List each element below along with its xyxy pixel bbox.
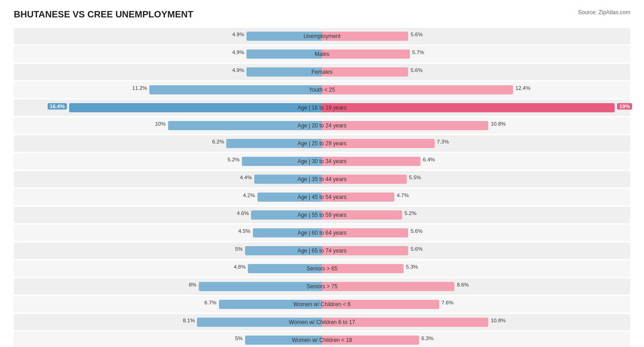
- chart-row: 16.4%Age | 16 to 19 years19%: [14, 99, 630, 116]
- bar-cree: 10.8%: [322, 121, 488, 130]
- chart-row: 5.2%Age | 30 to 34 years6.4%: [14, 153, 630, 170]
- chart-row: 11.2%Youth < 2512.4%: [14, 82, 630, 98]
- chart-row: 6.7%Women w/ Children < 67.6%: [14, 296, 630, 313]
- chart-row: 4.8%Seniors > 655.3%: [14, 260, 630, 277]
- bar-bhutanese: 16.4%: [69, 103, 322, 112]
- source-label: Source: ZipAtlas.com: [578, 9, 630, 16]
- chart-row: 8.1%Women w/ Children 6 to 1710.8%: [14, 314, 630, 330]
- bar-bhutanese: 5%: [245, 336, 322, 345]
- value-bhutanese: 4.5%: [238, 228, 250, 234]
- value-cree: 5.3%: [406, 264, 418, 270]
- bar-cree: 5.6%: [322, 67, 408, 77]
- value-cree: 5.6%: [410, 32, 422, 37]
- page-title: BHUTANESE VS CREE UNEMPLOYMENT: [14, 9, 193, 20]
- bar-bhutanese: 10%: [168, 121, 322, 130]
- bar-cree: 19%: [322, 103, 615, 112]
- value-cree: 12.4%: [515, 85, 530, 91]
- bar-cree: 10.8%: [322, 318, 488, 327]
- bar-bhutanese: 4.5%: [253, 228, 322, 237]
- value-cree: 7.6%: [442, 300, 453, 305]
- value-bhutanese: 4.9%: [232, 50, 244, 55]
- value-bhutanese: 4.9%: [232, 32, 244, 37]
- chart-row: 5%Age | 65 to 74 years5.6%: [14, 242, 630, 259]
- bar-bhutanese: 4.8%: [248, 264, 322, 273]
- value-bhutanese: 16.4%: [48, 103, 67, 110]
- value-cree: 6.3%: [421, 336, 433, 341]
- value-bhutanese: 10%: [155, 121, 165, 127]
- bar-cree: 8.6%: [322, 282, 454, 291]
- value-cree: 4.7%: [397, 193, 409, 198]
- value-cree: 5.6%: [410, 67, 422, 73]
- bar-cree: 5.3%: [322, 264, 404, 273]
- bar-bhutanese: 8%: [199, 282, 322, 291]
- bar-cree: 5.6%: [322, 32, 408, 41]
- bar-bhutanese: 4.9%: [246, 50, 322, 59]
- bar-cree: 4.7%: [322, 193, 394, 202]
- value-cree: 10.8%: [491, 121, 506, 127]
- value-bhutanese: 4.6%: [237, 210, 249, 216]
- bar-cree: 5.6%: [322, 228, 408, 237]
- value-cree: 5.6%: [410, 246, 422, 252]
- bar-cree: 5.5%: [322, 175, 407, 184]
- bar-bhutanese: 5.2%: [242, 157, 322, 166]
- value-bhutanese: 4.9%: [232, 67, 244, 73]
- bar-cree: 6.4%: [322, 157, 420, 166]
- chart-row: 4.4%Age | 35 to 44 years5.5%: [14, 171, 630, 187]
- value-bhutanese: 4.8%: [234, 264, 246, 270]
- value-cree: 5.2%: [404, 210, 416, 216]
- bar-cree: 12.4%: [322, 85, 513, 94]
- value-bhutanese: 6.7%: [204, 300, 216, 305]
- value-cree: 19%: [617, 103, 632, 110]
- bar-bhutanese: 4.6%: [251, 210, 322, 220]
- bar-cree: 7.6%: [322, 300, 439, 309]
- value-bhutanese: 5.2%: [228, 157, 240, 162]
- value-cree: 6.4%: [423, 157, 435, 162]
- value-bhutanese: 5%: [235, 336, 243, 341]
- bar-bhutanese: 4.2%: [257, 193, 322, 202]
- value-cree: 8.6%: [457, 282, 469, 287]
- bar-bhutanese: 4.9%: [246, 67, 322, 77]
- value-bhutanese: 5%: [235, 246, 243, 252]
- value-cree: 5.7%: [412, 50, 424, 55]
- bar-bhutanese: 4.9%: [246, 32, 322, 41]
- value-bhutanese: 4.2%: [243, 193, 255, 198]
- value-cree: 10.8%: [491, 318, 506, 323]
- chart-row: 4.9%Females5.6%: [14, 64, 630, 80]
- chart-row: 4.2%Age | 45 to 54 years4.7%: [14, 189, 630, 205]
- value-bhutanese: 11.2%: [132, 85, 147, 91]
- bar-cree: 5.7%: [322, 50, 410, 59]
- value-bhutanese: 4.4%: [240, 175, 252, 180]
- chart-container: 4.9%Unemployment5.6%4.9%Males5.7%4.9%Fem…: [14, 28, 630, 347]
- bar-cree: 6.3%: [322, 336, 419, 345]
- chart-row: 6.2%Age | 25 to 29 years7.3%: [14, 135, 630, 152]
- value-bhutanese: 8%: [189, 282, 196, 287]
- bar-cree: 7.3%: [322, 139, 435, 148]
- chart-row: 4.9%Males5.7%: [14, 46, 630, 62]
- value-cree: 5.6%: [410, 228, 422, 234]
- bar-bhutanese: 8.1%: [197, 318, 322, 327]
- chart-row: 4.6%Age | 55 to 59 years5.2%: [14, 207, 630, 223]
- value-bhutanese: 6.2%: [212, 139, 224, 144]
- bar-bhutanese: 5%: [245, 246, 322, 255]
- chart-row: 4.9%Unemployment5.6%: [14, 28, 630, 44]
- chart-row: 5%Women w/ Children < 186.3%: [14, 332, 630, 347]
- bar-cree: 5.6%: [322, 246, 408, 255]
- bar-bhutanese: 6.7%: [219, 300, 322, 309]
- value-cree: 7.3%: [437, 139, 449, 144]
- bar-bhutanese: 11.2%: [149, 85, 322, 94]
- bar-bhutanese: 6.2%: [226, 139, 322, 148]
- value-bhutanese: 8.1%: [183, 318, 195, 323]
- bar-bhutanese: 4.4%: [254, 175, 322, 184]
- header: BHUTANESE VS CREE UNEMPLOYMENT Source: Z…: [14, 9, 630, 20]
- value-cree: 5.5%: [409, 175, 421, 180]
- bar-cree: 5.2%: [322, 210, 402, 220]
- chart-row: 4.5%Age | 60 to 64 years5.6%: [14, 225, 630, 241]
- chart-row: 10%Age | 20 to 24 years10.8%: [14, 117, 630, 134]
- chart-row: 8%Seniors > 758.6%: [14, 278, 630, 295]
